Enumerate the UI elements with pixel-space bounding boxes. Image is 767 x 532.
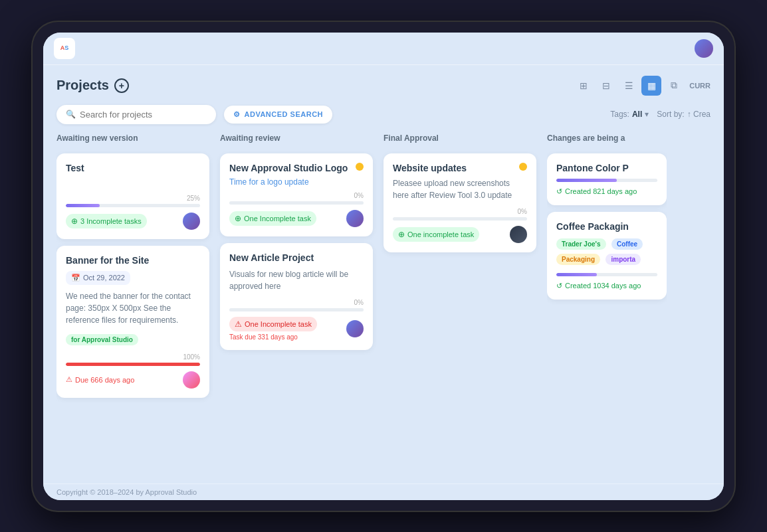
- search-box: 🔍: [56, 105, 216, 124]
- check-circle-icon: ⊕: [71, 217, 78, 226]
- due-label: Due 666 days ago: [75, 376, 134, 384]
- card-footer-coffee: ↺ Created 1034 days ago: [556, 282, 657, 290]
- progress-bar-bg-pantone: [556, 179, 657, 182]
- progress-section-banner: 100%: [66, 353, 200, 366]
- avatar-website: [510, 226, 527, 243]
- column-awaiting-review: Awaiting review New Approval Studio Logo…: [220, 133, 373, 478]
- progress-section-pantone: [556, 179, 657, 182]
- tags-value[interactable]: All: [632, 110, 642, 119]
- progress-label-banner: 100%: [66, 353, 200, 361]
- view-list[interactable]: ☰: [619, 76, 639, 96]
- check-icon: ⊕: [235, 214, 241, 223]
- tag-approval-studio: for Approval Studio: [66, 334, 138, 345]
- avatar-article: [346, 320, 364, 337]
- warning-circle-icon: ⚠: [235, 319, 242, 329]
- progress-section-logo: 0%: [229, 192, 364, 205]
- progress-section: 25%: [66, 195, 200, 207]
- created-label-pantone: Created 821 days ago: [565, 187, 637, 195]
- view-controls: ⊞ ⊟ ☰ ▦ ⧉ CURR: [574, 76, 711, 96]
- card-description-website: Pleasee upload new screenshots here afte…: [393, 177, 527, 201]
- status-dot-website: [519, 163, 527, 171]
- column-header-1: Awaiting new version: [56, 133, 209, 147]
- avatar: [183, 213, 200, 230]
- board-area: Awaiting new version Test 25%: [56, 133, 711, 478]
- page-header: Projects + ⊞ ⊟ ☰ ▦ ⧉ CURR: [56, 76, 711, 96]
- progress-section-website: 0%: [393, 208, 527, 221]
- card-footer: ⊕ 3 Incomplete tasks: [66, 213, 200, 230]
- task-badge-logo: ⊕ One Incomplete task: [229, 211, 316, 226]
- task-badge-label-logo: One Incomplete task: [244, 215, 311, 222]
- view-board[interactable]: ▦: [641, 76, 661, 96]
- footer-text: Copyright © 2018–2024 by Approval Studio: [56, 488, 197, 496]
- warning-icon: ⚠: [66, 375, 72, 384]
- view-two-col[interactable]: ⊟: [596, 76, 616, 96]
- user-avatar[interactable]: [695, 39, 713, 58]
- search-filter-row: 🔍 ⚙ ADVANCED SEARCH Tags: All ▾ Sort by:: [56, 105, 711, 124]
- card-description: We need the banner for the contact page:…: [66, 290, 200, 326]
- card-title-logo: New Approval Studio Logo: [229, 163, 348, 173]
- avatar-banner: [183, 371, 200, 389]
- page-title-area: Projects +: [56, 78, 129, 93]
- progress-section-article: 0%: [229, 299, 364, 311]
- card-footer-website: ⊕ One incomplete task: [393, 226, 527, 243]
- card-footer-banner: ⚠ Due 666 days ago: [66, 371, 200, 389]
- history-icon: ↺: [556, 187, 562, 196]
- view-single-col[interactable]: ⊞: [574, 76, 594, 96]
- progress-label-website: 0%: [393, 208, 527, 215]
- column-header-3: Final Approval: [384, 133, 536, 147]
- page-title: Projects: [56, 78, 109, 93]
- card-banner: Banner for the Site 📅 Oct 29, 2022 We ne…: [56, 246, 209, 398]
- search-input[interactable]: [80, 110, 207, 120]
- task-badge-label-website: One incomplete task: [407, 230, 474, 238]
- tags-label: Tags:: [610, 110, 629, 119]
- main-content: Projects + ⊞ ⊟ ☰ ▦ ⧉ CURR 🔍: [43, 65, 724, 484]
- tag-container: Trader Joe's Coffee Packaging importa: [556, 237, 657, 268]
- tag-trader: Trader Joe's: [556, 238, 606, 250]
- tag-packaging: Packaging: [556, 254, 600, 265]
- add-project-button[interactable]: +: [114, 78, 129, 93]
- card-subtitle-logo: Time for a logo update: [229, 177, 364, 187]
- card-article: New Article Project Visuals for new blog…: [220, 243, 373, 350]
- view-other[interactable]: ⧉: [664, 76, 684, 96]
- tablet-screen: AS Projects + ⊞ ⊟ ☰ ▦ ⧉ CURR: [43, 33, 724, 500]
- tablet-frame: AS Projects + ⊞ ⊟ ☰ ▦ ⧉ CURR: [31, 21, 736, 512]
- advanced-search-button[interactable]: ⚙ ADVANCED SEARCH: [224, 106, 332, 124]
- task-badge-article: ⚠ One Incomplete task: [229, 317, 317, 331]
- task-badge-label-article: One Incomplete task: [245, 320, 312, 328]
- card-description-article: Visuals for new blog article will be app…: [229, 268, 364, 292]
- progress-bar-bg-article: [229, 308, 364, 311]
- task-badge: ⊕ 3 Incomplete tasks: [66, 214, 147, 228]
- calendar-icon: 📅: [71, 274, 80, 282]
- column-awaiting-new-version: Awaiting new version Test 25%: [56, 133, 209, 478]
- card-footer-logo: ⊕ One Incomplete task: [229, 210, 364, 227]
- created-badge-pantone: ↺ Created 821 days ago: [556, 187, 637, 196]
- card-title-test: Test: [66, 163, 200, 173]
- sort-value[interactable]: ↑ Crea: [687, 110, 711, 119]
- card-website: Website updates Pleasee upload new scree…: [384, 153, 536, 252]
- task-badge-website: ⊕ One incomplete task: [393, 227, 479, 242]
- card-title-banner: Banner for the Site: [66, 255, 200, 266]
- top-bar: AS: [43, 33, 724, 65]
- column-changes: Changes are being a Pantone Color P ↺: [547, 133, 667, 478]
- sub-task-text: Task due 331 days ago: [229, 333, 317, 341]
- column-header-2: Awaiting review: [220, 133, 373, 147]
- card-title-pantone: Pantone Color P: [556, 163, 657, 173]
- avatar-logo: [346, 210, 364, 227]
- sort-by: Sort by: ↑ Crea: [657, 110, 711, 119]
- progress-label: 25%: [66, 195, 200, 202]
- filter-icon: ⚙: [233, 110, 241, 119]
- status-dot-yellow: [356, 163, 364, 171]
- progress-bar-bg-coffee: [556, 273, 657, 276]
- progress-label-logo: 0%: [229, 192, 364, 199]
- progress-bar-fill-banner: [66, 363, 200, 366]
- task-group: ⚠ One Incomplete task Task due 331 days …: [229, 317, 317, 341]
- card-title-website: Website updates: [393, 163, 467, 173]
- search-icon: 🔍: [66, 110, 76, 119]
- curr-label: CURR: [689, 82, 711, 90]
- card-footer-article: ⚠ One Incomplete task Task due 331 days …: [229, 317, 364, 341]
- card-coffee: Coffee Packagin Trader Joe's Coffee Pack…: [547, 212, 667, 300]
- progress-bar-fill-coffee: [556, 273, 597, 276]
- tag-filter: Tags: All ▾: [610, 110, 649, 119]
- card-footer-pantone: ↺ Created 821 days ago: [556, 187, 657, 196]
- progress-section-coffee: [556, 273, 657, 276]
